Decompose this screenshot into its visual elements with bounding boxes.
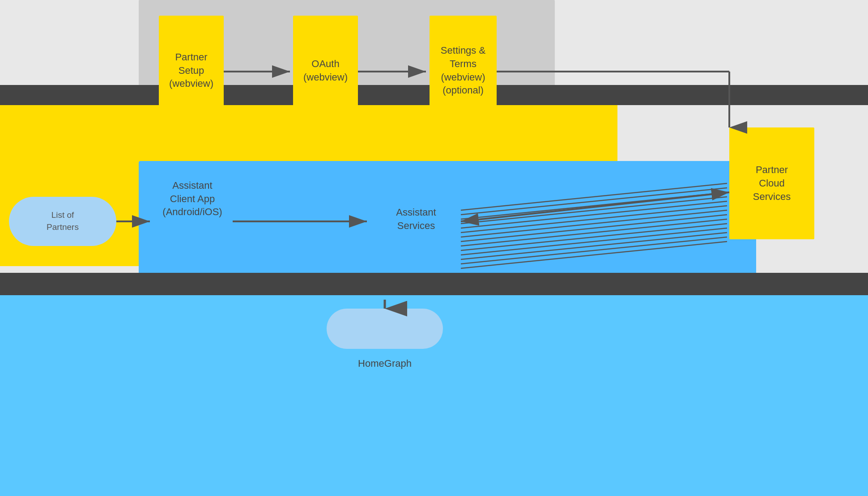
box-partner-cloud-label: Partner Cloud Services: [753, 163, 791, 203]
box-partner-cloud: Partner Cloud Services: [729, 127, 814, 239]
oval-partners-label: List of Partners: [47, 209, 79, 233]
box-partner-setup: Partner Setup (webview): [159, 16, 224, 125]
box-partner-setup-label: Partner Setup (webview): [169, 51, 213, 90]
box-oauth: OAuth (webview): [293, 16, 358, 125]
box-settings-label: Settings & Terms (webview) (optional): [441, 44, 485, 97]
box-settings: Settings & Terms (webview) (optional): [430, 16, 497, 125]
assistant-client-label: Assistant Client App (Android/iOS): [162, 180, 222, 217]
diagram-container: Partner Setup (webview) OAuth (webview) …: [0, 0, 868, 496]
middle-bar: [0, 273, 868, 295]
homegraph-label: HomeGraph: [340, 358, 430, 369]
oval-homegraph: [327, 309, 443, 349]
box-oauth-label: OAuth (webview): [303, 57, 348, 84]
assistant-services-label: Assistant Services: [396, 207, 436, 231]
oval-partners: List of Partners: [9, 197, 116, 246]
assistant-client-block: Assistant Client App (Android/iOS): [152, 179, 233, 219]
assistant-services-block: Assistant Services: [371, 206, 461, 232]
